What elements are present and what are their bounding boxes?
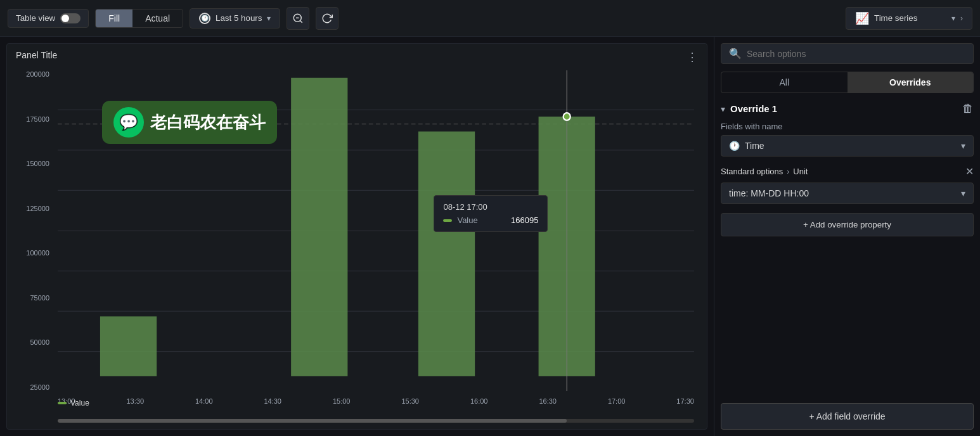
std-options-arrow-icon: › (787, 167, 789, 176)
override-collapse-icon[interactable]: ▾ (721, 104, 725, 114)
clock-field-icon: 🕐 (729, 141, 740, 151)
main-content: Panel Title ⋮ 💬 老白码农在奋斗 200000 175000 15… (0, 37, 980, 436)
time-range-label: Last 5 hours (216, 13, 262, 23)
x-label-1730: 17:30 (676, 397, 694, 405)
field-name-select[interactable]: 🕐 Time ▾ (721, 135, 974, 157)
std-options-label: Standard options (721, 167, 783, 176)
x-label-1330: 13:30 (126, 397, 144, 405)
tab-overrides[interactable]: Overrides (848, 72, 974, 93)
x-axis-scrollbar[interactable] (58, 419, 694, 423)
legend-color-bar (58, 402, 67, 404)
std-options-unit: Unit (793, 167, 808, 176)
y-label-200000: 200000 (26, 70, 49, 78)
search-bar[interactable]: 🔍 (721, 43, 974, 64)
x-label-1630: 16:30 (539, 397, 557, 405)
wechat-text: 老白码农在奋斗 (150, 112, 266, 134)
unit-select[interactable]: time: MM-DD HH:00 ▾ (721, 183, 974, 204)
actual-button[interactable]: Actual (132, 10, 183, 27)
x-label-1700: 17:00 (608, 397, 626, 405)
y-label-125000: 125000 (26, 205, 49, 212)
std-options-row: Standard options › Unit ✕ (721, 165, 974, 177)
y-label-75000: 75000 (30, 294, 49, 302)
add-override-property-button[interactable]: + Add override property (721, 213, 974, 236)
svg-line-1 (300, 20, 302, 22)
viz-chevron-right-icon: › (960, 14, 963, 23)
svg-point-16 (564, 113, 571, 120)
field-select-chevron-icon: ▾ (961, 141, 965, 151)
wechat-watermark: 💬 老白码农在奋斗 (102, 101, 277, 144)
tabs-row: All Overrides (721, 72, 974, 93)
chart-legend: Value (58, 399, 89, 407)
chart-tooltip: 08-12 17:00 Value 166095 (434, 195, 548, 232)
override-delete-button[interactable]: 🗑 (962, 102, 974, 115)
svg-rect-12 (291, 78, 347, 376)
fields-with-name-label: Fields with name (721, 122, 974, 131)
search-icon: 🔍 (729, 48, 742, 60)
toggle-switch-icon (60, 13, 81, 23)
viz-label: Time series (874, 13, 917, 23)
override-section: ▾ Override 1 🗑 Fields with name 🕐 Time ▾… (714, 102, 980, 403)
refresh-button[interactable] (316, 7, 338, 30)
panel-title: Panel Title (16, 50, 57, 60)
y-label-100000: 100000 (26, 249, 49, 257)
fill-button[interactable]: Fill (96, 10, 132, 27)
zoom-out-button[interactable] (287, 7, 309, 30)
search-input[interactable] (747, 49, 965, 59)
x-axis-scrollbar-thumb (58, 419, 567, 423)
x-label-1400: 14:00 (195, 397, 213, 405)
viz-chevron-down-icon: ▾ (951, 14, 955, 23)
panel-menu-button[interactable]: ⋮ (687, 50, 698, 64)
override-title: Override 1 (730, 103, 957, 114)
y-label-150000: 150000 (26, 160, 49, 167)
fill-actual-group: Fill Actual (95, 9, 183, 28)
panel-header: Panel Title ⋮ (7, 44, 707, 64)
tab-all[interactable]: All (721, 72, 848, 93)
top-bar: Table view Fill Actual 🕐 Last 5 hours ▾ … (0, 0, 980, 37)
y-axis-labels: 200000 175000 150000 125000 100000 75000… (7, 70, 55, 391)
chevron-down-icon: ▾ (267, 14, 271, 23)
right-panel: 🔍 All Overrides ▾ Override 1 🗑 Fields wi… (714, 37, 980, 436)
viz-type-selector[interactable]: 📈 Time series ▾ › (846, 7, 972, 30)
tooltip-series-color (443, 219, 452, 222)
tooltip-series-label: Value (457, 215, 477, 225)
x-axis-labels: 13:00 13:30 14:00 14:30 15:00 15:30 16:0… (58, 397, 694, 405)
viz-icon: 📈 (855, 11, 869, 25)
time-range-button[interactable]: 🕐 Last 5 hours ▾ (190, 8, 280, 29)
y-label-50000: 50000 (30, 338, 49, 346)
clock-icon: 🕐 (199, 13, 210, 24)
svg-rect-11 (100, 316, 157, 376)
override-header: ▾ Override 1 🗑 (721, 102, 974, 115)
tooltip-value: 166095 (511, 215, 538, 225)
x-label-1500: 15:00 (333, 397, 351, 405)
add-field-override-button[interactable]: + Add field override (721, 403, 974, 430)
wechat-logo-icon: 💬 (113, 107, 144, 138)
unit-select-value: time: MM-DD HH:00 (729, 188, 961, 198)
x-label-1600: 16:00 (470, 397, 488, 405)
y-label-25000: 25000 (30, 383, 49, 391)
y-label-175000: 175000 (26, 115, 49, 123)
chart-panel: Panel Title ⋮ 💬 老白码农在奋斗 200000 175000 15… (6, 43, 707, 430)
field-select-value: Time (745, 141, 956, 151)
std-options-close-button[interactable]: ✕ (965, 165, 974, 177)
table-view-toggle[interactable]: Table view (8, 9, 89, 28)
unit-select-chevron-icon: ▾ (961, 188, 965, 198)
legend-label: Value (70, 399, 89, 407)
tooltip-value-row: Value 166095 (443, 215, 538, 225)
svg-rect-13 (418, 131, 475, 376)
x-label-1530: 15:30 (401, 397, 419, 405)
x-label-1430: 14:30 (264, 397, 281, 405)
tooltip-date: 08-12 17:00 (443, 202, 538, 212)
table-view-label: Table view (16, 13, 55, 23)
